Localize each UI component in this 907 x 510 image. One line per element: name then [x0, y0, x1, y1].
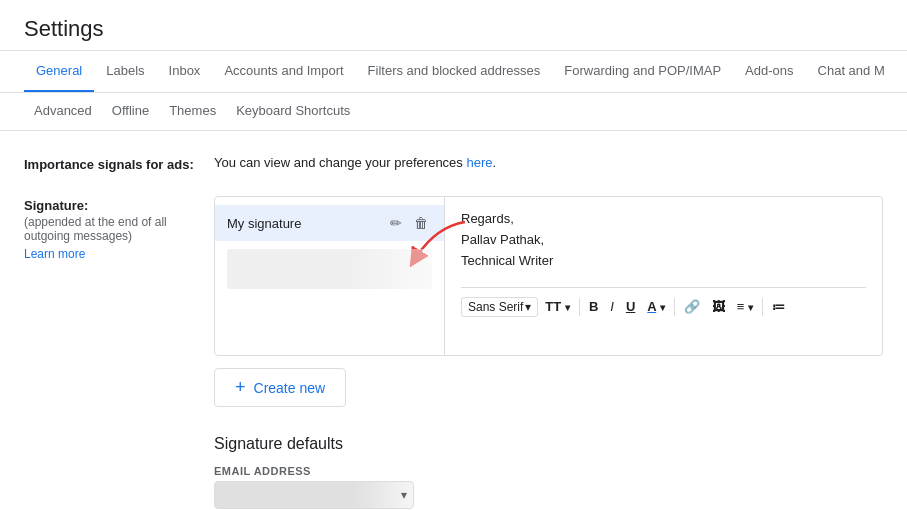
settings-content: Importance signals for ads: You can view…	[0, 131, 907, 510]
tabs-row-2: Advanced Offline Themes Keyboard Shortcu…	[0, 93, 907, 131]
signature-editor-area: My signature ✏ 🗑 Regards, Pallav Pathak,…	[214, 196, 883, 510]
tab-addons[interactable]: Add-ons	[733, 51, 805, 93]
tab-labels[interactable]: Labels	[94, 51, 156, 93]
signature-delete-button[interactable]: 🗑	[410, 213, 432, 233]
tabs-row-1: General Labels Inbox Accounts and Import…	[0, 51, 907, 93]
tab-general[interactable]: General	[24, 51, 94, 93]
chevron-down-icon-2: ▾	[565, 302, 570, 313]
image-button[interactable]: 🖼	[707, 296, 730, 317]
importance-signals-label: Importance signals for ads:	[24, 155, 214, 172]
signature-list-item[interactable]: My signature ✏ 🗑	[215, 205, 444, 241]
toolbar-divider-2	[674, 298, 675, 316]
signature-container: My signature ✏ 🗑 Regards, Pallav Pathak,…	[214, 196, 883, 356]
tab-themes[interactable]: Themes	[159, 93, 226, 131]
tab-keyboard-shortcuts[interactable]: Keyboard Shortcuts	[226, 93, 360, 131]
bold-button[interactable]: B	[584, 296, 603, 317]
importance-signals-value: You can view and change your preferences…	[214, 155, 883, 170]
list-button[interactable]: ≔	[767, 296, 790, 317]
plus-icon: +	[235, 377, 246, 398]
chevron-down-icon-3: ▾	[660, 302, 665, 313]
signature-item-actions: ✏ 🗑	[386, 213, 432, 233]
tab-filters[interactable]: Filters and blocked addresses	[356, 51, 553, 93]
chevron-down-icon-4: ▾	[748, 302, 753, 313]
chevron-down-icon-5: ▾	[401, 488, 407, 502]
here-link[interactable]: here	[466, 155, 492, 170]
toolbar-divider-1	[579, 298, 580, 316]
tab-chat[interactable]: Chat and M	[806, 51, 897, 93]
signature-editor-pane: Regards, Pallav Pathak, Technical Writer…	[445, 197, 882, 355]
text-color-button[interactable]: A ▾	[642, 296, 670, 317]
signature-defaults-section: Signature defaults EMAIL ADDRESS ▾	[214, 435, 883, 510]
signature-text: Regards, Pallav Pathak, Technical Writer	[461, 209, 866, 271]
tab-forwarding[interactable]: Forwarding and POP/IMAP	[552, 51, 733, 93]
signature-item-name: My signature	[227, 216, 301, 231]
signature-edit-button[interactable]: ✏	[386, 213, 406, 233]
font-size-button[interactable]: TT ▾	[540, 296, 575, 317]
signature-list: My signature ✏ 🗑	[215, 197, 445, 355]
signature-defaults-title: Signature defaults	[214, 435, 883, 453]
font-family-button[interactable]: Sans Serif ▾	[461, 297, 538, 317]
italic-button[interactable]: I	[605, 296, 619, 317]
tab-advanced[interactable]: Advanced	[24, 93, 102, 131]
email-address-label: EMAIL ADDRESS	[214, 465, 883, 477]
tab-inbox[interactable]: Inbox	[157, 51, 213, 93]
chevron-down-icon: ▾	[525, 300, 531, 314]
tab-accounts-import[interactable]: Accounts and Import	[212, 51, 355, 93]
learn-more-link[interactable]: Learn more	[24, 247, 214, 261]
signature-item-blurred	[227, 249, 432, 289]
toolbar-divider-3	[762, 298, 763, 316]
link-button[interactable]: 🔗	[679, 296, 705, 317]
signature-label: Signature: (appended at the end of all o…	[24, 196, 214, 261]
email-select-wrapper[interactable]: ▾	[214, 481, 414, 509]
signature-toolbar: Sans Serif ▾ TT ▾ B I U A ▾	[461, 287, 866, 317]
underline-button[interactable]: U	[621, 296, 640, 317]
create-new-button[interactable]: + Create new	[214, 368, 346, 407]
page-title: Settings	[0, 0, 907, 51]
tab-offline[interactable]: Offline	[102, 93, 159, 131]
signature-row: Signature: (appended at the end of all o…	[24, 196, 883, 510]
importance-signals-row: Importance signals for ads: You can view…	[24, 155, 883, 172]
align-button[interactable]: ≡ ▾	[732, 296, 758, 317]
